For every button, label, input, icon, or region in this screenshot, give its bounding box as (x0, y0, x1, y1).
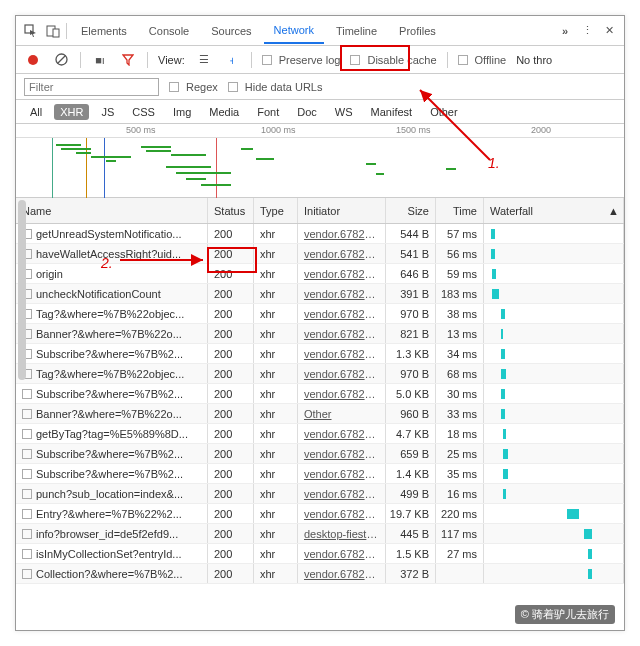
type-filter-media[interactable]: Media (203, 104, 245, 120)
timeline-overview[interactable]: 500 ms 1000 ms 1500 ms 2000 (16, 124, 624, 198)
table-row[interactable]: getUnreadSystemNotificatio...200xhrvendo… (16, 224, 624, 244)
tab-timeline[interactable]: Timeline (326, 19, 387, 43)
table-row[interactable]: uncheckNotificationCount200xhrvendor.678… (16, 284, 624, 304)
filter-icon[interactable] (119, 51, 137, 69)
table-row[interactable]: Tag?&where=%7B%22objec...200xhrvendor.67… (16, 304, 624, 324)
initiator-link[interactable]: vendor.67828... (304, 568, 379, 580)
clear-icon[interactable] (52, 51, 70, 69)
initiator-link[interactable]: vendor.67828... (304, 448, 379, 460)
initiator-link[interactable]: Other (304, 408, 332, 420)
request-name: uncheckNotificationCount (36, 288, 161, 300)
table-row[interactable]: isInMyCollectionSet?entryId...200xhrvend… (16, 544, 624, 564)
filter-input[interactable] (24, 78, 159, 96)
col-header-type[interactable]: Type (254, 198, 298, 223)
initiator-link[interactable]: vendor.67828... (304, 328, 379, 340)
type-filter-xhr[interactable]: XHR (54, 104, 89, 120)
initiator-link[interactable]: vendor.67828... (304, 288, 379, 300)
row-checkbox[interactable] (22, 449, 32, 459)
scrollbar-thumb[interactable] (18, 200, 26, 380)
table-row[interactable]: Collection?&where=%7B%2...200xhrvendor.6… (16, 564, 624, 584)
close-icon[interactable]: ✕ (600, 22, 618, 40)
type-filter-img[interactable]: Img (167, 104, 197, 120)
col-header-time[interactable]: Time (436, 198, 484, 223)
tabs-overflow-icon[interactable]: » (556, 22, 574, 40)
initiator-link[interactable]: vendor.67828... (304, 548, 379, 560)
col-header-size[interactable]: Size (386, 198, 436, 223)
cell-waterfall (484, 224, 624, 243)
table-row[interactable]: Subscribe?&where=%7B%2...200xhrvendor.67… (16, 444, 624, 464)
request-name: Banner?&where=%7B%22o... (36, 328, 182, 340)
inspect-element-icon[interactable] (22, 22, 40, 40)
col-header-status[interactable]: Status (208, 198, 254, 223)
initiator-link[interactable]: vendor.67828... (304, 388, 379, 400)
cell-type: xhr (254, 244, 298, 263)
table-row[interactable]: Subscribe?&where=%7B%2...200xhrvendor.67… (16, 344, 624, 364)
initiator-link[interactable]: vendor.67828... (304, 468, 379, 480)
row-checkbox[interactable] (22, 389, 32, 399)
view-detail-icon[interactable]: ⫞ (223, 51, 241, 69)
cell-size: 544 B (386, 224, 436, 243)
type-filter-other[interactable]: Other (424, 104, 464, 120)
initiator-link[interactable]: vendor.67828... (304, 428, 379, 440)
initiator-link[interactable]: vendor.67828... (304, 508, 379, 520)
col-header-waterfall[interactable]: Waterfall▲ (484, 198, 624, 223)
initiator-link[interactable]: vendor.67828... (304, 248, 379, 260)
regex-checkbox[interactable]: Regex (169, 81, 218, 93)
menu-icon[interactable]: ⋮ (578, 22, 596, 40)
initiator-link[interactable]: vendor.67828... (304, 268, 379, 280)
row-checkbox[interactable] (22, 569, 32, 579)
col-header-name[interactable]: Name (16, 198, 208, 223)
row-checkbox[interactable] (22, 549, 32, 559)
cell-size: 391 B (386, 284, 436, 303)
row-checkbox[interactable] (22, 489, 32, 499)
row-checkbox[interactable] (22, 429, 32, 439)
tab-profiles[interactable]: Profiles (389, 19, 446, 43)
row-checkbox[interactable] (22, 469, 32, 479)
offline-checkbox[interactable]: Offline (458, 54, 507, 66)
type-filter-ws[interactable]: WS (329, 104, 359, 120)
type-filter-font[interactable]: Font (251, 104, 285, 120)
annotation-label-1: 1. (488, 155, 500, 171)
tab-console[interactable]: Console (139, 19, 199, 43)
request-name: Subscribe?&where=%7B%2... (36, 448, 183, 460)
record-icon[interactable] (24, 51, 42, 69)
initiator-link[interactable]: vendor.67828... (304, 308, 379, 320)
cell-status: 200 (208, 424, 254, 443)
row-checkbox[interactable] (22, 409, 32, 419)
type-filter-doc[interactable]: Doc (291, 104, 323, 120)
cell-waterfall (484, 244, 624, 263)
device-toggle-icon[interactable] (44, 22, 62, 40)
preserve-log-checkbox[interactable]: Preserve log (262, 54, 341, 66)
type-filter-css[interactable]: CSS (126, 104, 161, 120)
type-filter-manifest[interactable]: Manifest (365, 104, 419, 120)
initiator-link[interactable]: vendor.67828... (304, 228, 379, 240)
row-checkbox[interactable] (22, 529, 32, 539)
table-row[interactable]: Entry?&where=%7B%22%2...200xhrvendor.678… (16, 504, 624, 524)
type-filter-js[interactable]: JS (95, 104, 120, 120)
initiator-link[interactable]: vendor.67828... (304, 348, 379, 360)
table-row[interactable]: info?browser_id=de5f2efd9...200xhrdeskto… (16, 524, 624, 544)
table-row[interactable]: Banner?&where=%7B%22o...200xhrOther960 B… (16, 404, 624, 424)
table-row[interactable]: getByTag?tag=%E5%89%8D...200xhrvendor.67… (16, 424, 624, 444)
initiator-link[interactable]: vendor.67828... (304, 368, 379, 380)
throttle-select[interactable]: No thro (516, 54, 552, 66)
tab-elements[interactable]: Elements (71, 19, 137, 43)
table-row[interactable]: punch?sub_location=index&...200xhrvendor… (16, 484, 624, 504)
row-checkbox[interactable] (22, 509, 32, 519)
cell-size: 970 B (386, 364, 436, 383)
table-row[interactable]: Tag?&where=%7B%22objec...200xhrvendor.67… (16, 364, 624, 384)
view-list-icon[interactable]: ☰ (195, 51, 213, 69)
table-row[interactable]: Subscribe?&where=%7B%2...200xhrvendor.67… (16, 384, 624, 404)
table-row[interactable]: Banner?&where=%7B%22o...200xhrvendor.678… (16, 324, 624, 344)
cell-size: 821 B (386, 324, 436, 343)
initiator-link[interactable]: desktop-fiesta... (304, 528, 379, 540)
type-filter-all[interactable]: All (24, 104, 48, 120)
initiator-link[interactable]: vendor.67828... (304, 488, 379, 500)
tab-network[interactable]: Network (264, 18, 324, 44)
col-header-initiator[interactable]: Initiator (298, 198, 386, 223)
tab-sources[interactable]: Sources (201, 19, 261, 43)
filter-row: Regex Hide data URLs (16, 74, 624, 100)
hide-data-urls-checkbox[interactable]: Hide data URLs (228, 81, 323, 93)
table-row[interactable]: Subscribe?&where=%7B%2...200xhrvendor.67… (16, 464, 624, 484)
capture-icon[interactable]: ■ı (91, 51, 109, 69)
